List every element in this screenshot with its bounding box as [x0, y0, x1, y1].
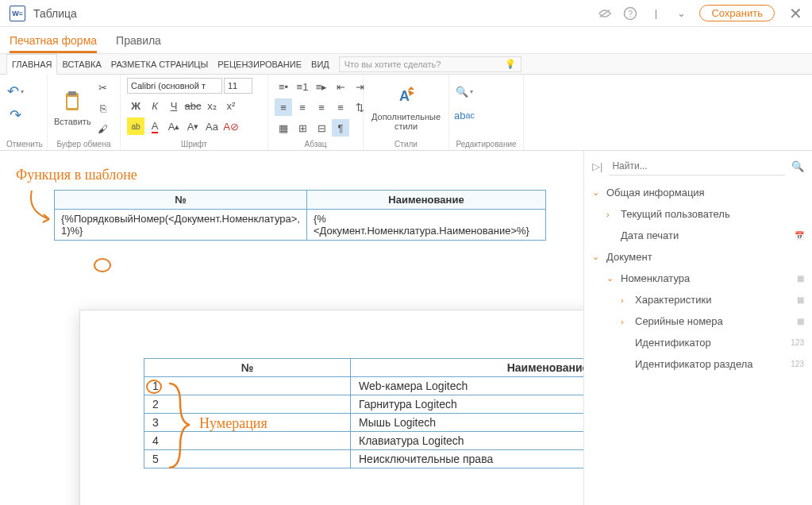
font-color-button[interactable]: A: [146, 118, 164, 135]
strike-button[interactable]: abc: [184, 97, 202, 114]
shrink-font-button[interactable]: A▾: [184, 118, 202, 135]
font-size-select[interactable]: 11: [224, 78, 252, 94]
undo-button[interactable]: ↶▾: [6, 83, 24, 100]
chevron-down-icon: ⌄: [606, 273, 618, 283]
chevron-right-icon: ›: [621, 317, 632, 326]
ribbon-tabs: ГЛАВНАЯ ВСТАВКА РАЗМЕТКА СТРАНИЦЫ РЕЦЕНЗ…: [0, 54, 812, 75]
align-right-button[interactable]: ≡: [313, 98, 330, 116]
justify-button[interactable]: ≡: [332, 98, 349, 116]
tree-item[interactable]: ⌄Общая информация: [592, 182, 804, 203]
show-marks-button[interactable]: ¶: [332, 119, 349, 137]
result-document: № Наименование 1Web-камера Logitech 2Гар…: [79, 310, 583, 505]
tree-item[interactable]: Идентификатор123: [592, 332, 804, 353]
tree-item[interactable]: ⌄Номенклатура▦: [592, 268, 804, 289]
outdent-button[interactable]: ⇤: [332, 78, 349, 95]
res-header-name: Наименование: [351, 359, 584, 377]
side-tree: ⌄Общая информация›Текущий пользовательДа…: [592, 182, 804, 375]
numbering-button[interactable]: ≡1: [294, 78, 311, 95]
document-area: Функция в шаблоне № Наименование {%Поряд…: [0, 151, 583, 505]
side-search-input[interactable]: [609, 157, 785, 175]
group-styles-label: Стили: [370, 138, 442, 148]
change-case-button[interactable]: Aa: [203, 118, 221, 135]
tree-item[interactable]: Дата печати📅: [592, 225, 804, 246]
replace-button[interactable]: abac: [456, 106, 473, 124]
tree-item[interactable]: ⌄Документ: [592, 246, 804, 268]
svg-rect-5: [67, 97, 77, 108]
format-painter-button[interactable]: 🖌: [94, 120, 112, 137]
cut-button[interactable]: ✂: [94, 79, 112, 96]
tree-item-label: Серийные номера: [635, 315, 723, 327]
annotation-numbering: Нумерация: [199, 415, 267, 432]
font-name-select[interactable]: Calibri (основной т: [127, 78, 222, 94]
tpl-cell-num[interactable]: {%ПорядковыйНомер(<Документ.Номенклатура…: [55, 210, 307, 241]
italic-button[interactable]: К: [146, 97, 164, 114]
underline-button[interactable]: Ч: [165, 97, 183, 114]
align-left-button[interactable]: ≡: [275, 98, 292, 116]
close-button[interactable]: ✕: [789, 4, 802, 23]
tree-item-label: Документ: [606, 251, 652, 263]
tree-item[interactable]: ›Текущий пользователь: [592, 203, 804, 225]
shading-button[interactable]: ▦: [275, 119, 292, 137]
date-icon: 📅: [795, 231, 804, 240]
tree-item-label: Общая информация: [606, 187, 705, 199]
group-editing-label: Редактирование: [456, 138, 517, 148]
save-button[interactable]: Сохранить: [699, 5, 775, 21]
ribbon-tab-layout[interactable]: РАЗМЕТКА СТРАНИЦЫ: [106, 54, 213, 75]
paste-button[interactable]: Вставить: [54, 90, 91, 126]
ribbon-search-placeholder: Что вы хотите сделать?: [344, 60, 441, 69]
ribbon-tab-review[interactable]: РЕЦЕНЗИРОВАНИЕ: [213, 54, 306, 75]
chevron-right-icon: ›: [621, 295, 632, 305]
tree-item[interactable]: ›Характеристики▦: [592, 289, 804, 310]
tree-item-label: Идентификатор: [635, 337, 711, 349]
find-button[interactable]: 🔍▾: [456, 83, 473, 100]
multilevel-button[interactable]: ≡▸: [313, 78, 330, 95]
bullets-button[interactable]: ≡•: [275, 78, 292, 95]
template-table: № Наименование {%ПорядковыйНомер(<Докуме…: [54, 190, 546, 241]
window-title: Таблица: [33, 7, 598, 20]
bulb-icon: 💡: [505, 59, 516, 69]
ribbon-tab-view[interactable]: ВИД: [306, 54, 334, 75]
tree-item[interactable]: Идентификатор раздела123: [592, 353, 804, 375]
grow-font-button[interactable]: A▴: [165, 118, 183, 135]
panel-collapse-icon[interactable]: ▷|: [592, 160, 602, 172]
styles-button[interactable]: A Дополнительные стили: [370, 85, 442, 131]
ribbon-search[interactable]: Что вы хотите сделать? 💡: [339, 56, 521, 72]
tpl-cell-name[interactable]: {%<Документ.Номенклатура.Наименование>%}: [306, 210, 545, 241]
arrow-annotation-1: [24, 187, 63, 227]
tab-print-form[interactable]: Печатная форма: [10, 34, 97, 53]
ribbon: ↶▾ ↷ Отменить Вставить ✂ ⎘ 🖌 Буфер обмен…: [0, 75, 812, 151]
sort-button[interactable]: ⊟: [313, 119, 330, 137]
redo-button[interactable]: ↷: [6, 106, 24, 124]
help-icon[interactable]: ?: [623, 6, 637, 21]
tree-item-label: Дата печати: [621, 229, 679, 241]
circle-annotation-2: [146, 380, 162, 394]
borders-button[interactable]: ⊞: [294, 119, 311, 137]
chevron-down-icon: ⌄: [592, 187, 603, 198]
subscript-button[interactable]: x₂: [203, 97, 221, 114]
tree-item-label: Идентификатор раздела: [635, 358, 753, 370]
divider-icon: |: [648, 6, 663, 21]
align-center-button[interactable]: ≡: [294, 98, 311, 116]
tree-item-label: Номенклатура: [621, 272, 690, 284]
table-icon: ▦: [797, 317, 804, 326]
chevron-down-icon[interactable]: ⌄: [674, 6, 688, 21]
ribbon-tab-main[interactable]: ГЛАВНАЯ: [6, 54, 57, 75]
search-icon[interactable]: 🔍: [791, 160, 804, 172]
number-icon: 123: [791, 360, 804, 368]
superscript-button[interactable]: x²: [222, 97, 240, 114]
clear-format-button[interactable]: A⊘: [222, 118, 240, 135]
ribbon-tab-insert[interactable]: ВСТАВКА: [57, 54, 106, 75]
tree-item-label: Текущий пользователь: [621, 208, 730, 220]
group-font-label: Шрифт: [127, 138, 261, 148]
tab-rules[interactable]: Правила: [116, 34, 161, 53]
bold-button[interactable]: Ж: [127, 97, 144, 114]
visibility-icon[interactable]: [598, 6, 612, 21]
titlebar: W≡ Таблица ? | ⌄ Сохранить ✕: [0, 0, 812, 27]
tpl-header-name: Наименование: [306, 191, 545, 210]
number-icon: 123: [791, 338, 804, 347]
table-icon: ▦: [797, 274, 804, 283]
chevron-down-icon: ⌄: [592, 252, 603, 262]
copy-button[interactable]: ⎘: [94, 99, 112, 117]
tree-item[interactable]: ›Серийные номера▦: [592, 310, 804, 332]
highlight-button[interactable]: ab: [127, 118, 144, 135]
